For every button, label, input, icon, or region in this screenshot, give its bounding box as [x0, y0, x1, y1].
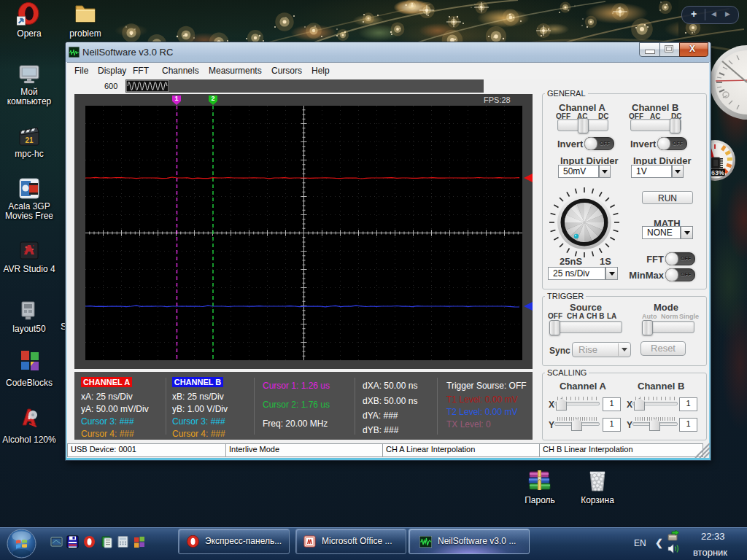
svg-text:21: 21: [25, 136, 34, 144]
svg-text:63%: 63%: [711, 169, 724, 176]
